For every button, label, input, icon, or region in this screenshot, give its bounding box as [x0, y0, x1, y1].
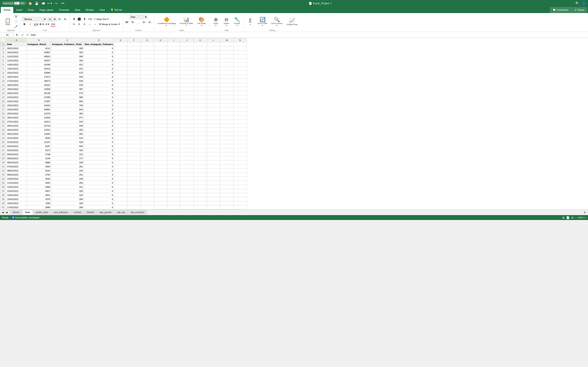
cell-7-E[interactable]: [114, 67, 127, 71]
font-decrease-btn[interactable]: A↓: [63, 17, 68, 21]
cell-15-G[interactable]: [140, 99, 154, 103]
cell-24-F[interactable]: [127, 136, 140, 140]
cell-39-L[interactable]: [207, 197, 220, 201]
cell-9-G[interactable]: [140, 75, 154, 79]
sheet-tab-age_gender[interactable]: age_gender: [97, 210, 114, 215]
cell-21-M[interactable]: [220, 124, 233, 128]
cell-12-F[interactable]: [127, 87, 140, 91]
cell-28-M[interactable]: [220, 152, 233, 156]
cell-16-I[interactable]: [167, 103, 180, 108]
cell-38-K[interactable]: [194, 193, 207, 197]
cell-18-B[interactable]: 21078: [27, 111, 51, 116]
cell-8-J[interactable]: [180, 71, 194, 75]
cell-27-D[interactable]: 0: [84, 148, 114, 152]
cell-1-K[interactable]: [194, 42, 207, 46]
font-increase-btn[interactable]: A↑: [57, 17, 62, 21]
cell-22-H[interactable]: [154, 128, 167, 132]
cell-13-H[interactable]: [154, 91, 167, 95]
cell-9-N[interactable]: [233, 75, 247, 79]
conditional-formatting-btn[interactable]: 🔶 Conditional Formatting ▾: [156, 16, 178, 27]
cell-32-E[interactable]: [114, 169, 127, 173]
add-sheet-button[interactable]: +: [582, 210, 587, 215]
cell-6-E[interactable]: [114, 63, 127, 67]
number-format-select[interactable]: Date General Number Currency Percentage …: [129, 15, 148, 19]
zoom-out-btn[interactable]: −: [575, 216, 577, 219]
cell-8-M[interactable]: [220, 71, 233, 75]
cell-26-L[interactable]: [207, 144, 220, 148]
cell-25-F[interactable]: [127, 140, 140, 144]
cell-35-I[interactable]: [167, 181, 180, 185]
cell-23-I[interactable]: [167, 132, 180, 136]
cell-25-D[interactable]: 0: [84, 140, 114, 144]
zoom-in-btn[interactable]: +: [584, 216, 586, 219]
cell-29-J[interactable]: [180, 156, 194, 160]
cell-3-H[interactable]: [154, 50, 167, 54]
cell-26-K[interactable]: [194, 144, 207, 148]
cell-28-D[interactable]: 0: [84, 152, 114, 156]
cell-13-M[interactable]: [220, 91, 233, 95]
cell-33-E[interactable]: [114, 173, 127, 177]
cell-36-C[interactable]: 421: [51, 185, 84, 189]
cell-11-E[interactable]: [114, 83, 127, 87]
cell-27-J[interactable]: [180, 148, 194, 152]
cell-41-M[interactable]: [220, 205, 233, 209]
cell-27-G[interactable]: [140, 148, 154, 152]
cell-38-M[interactable]: [220, 193, 233, 197]
cell-32-C[interactable]: 243: [51, 169, 84, 173]
cell-22-I[interactable]: [167, 128, 180, 132]
cell-29-F[interactable]: [127, 156, 140, 160]
cell-38-D[interactable]: 0: [84, 193, 114, 197]
cell-32-I[interactable]: [167, 169, 180, 173]
cell-14-C[interactable]: 586: [51, 95, 84, 99]
cell-15-N[interactable]: [233, 99, 247, 103]
col-header-B[interactable]: B: [27, 38, 51, 42]
cell-12-A[interactable]: 19/01/2022: [6, 87, 27, 91]
cell-15-J[interactable]: [180, 99, 194, 103]
cell-5-B[interactable]: 16547: [27, 58, 51, 63]
cell-29-N[interactable]: [233, 156, 247, 160]
cell-38-N[interactable]: [233, 193, 247, 197]
cell-13-A[interactable]: 20/01/2022: [6, 91, 27, 95]
cell-30-A[interactable]: 06/02/2022: [6, 160, 27, 165]
cell-29-G[interactable]: [140, 156, 154, 160]
cell-28-E[interactable]: [114, 152, 127, 156]
format-painter-button[interactable]: 🖌️: [13, 25, 18, 29]
cell-33-K[interactable]: [194, 173, 207, 177]
cell-34-D[interactable]: 0: [84, 177, 114, 181]
tab-data[interactable]: Data: [72, 7, 83, 13]
cell-28-C[interactable]: 241: [51, 152, 84, 156]
cell-37-M[interactable]: [220, 189, 233, 193]
cell-6-K[interactable]: [194, 63, 207, 67]
cell-8-A[interactable]: 15/01/2022: [6, 71, 27, 75]
cell-1-F[interactable]: [127, 42, 140, 46]
cell-20-E[interactable]: [114, 120, 127, 124]
cell-21-B[interactable]: 16744: [27, 124, 51, 128]
cell-12-E[interactable]: [114, 87, 127, 91]
cell-11-J[interactable]: [180, 83, 194, 87]
italic-button[interactable]: I: [28, 22, 33, 26]
cell-18-F[interactable]: [127, 111, 140, 116]
btn-share[interactable]: 🔗 Share: [571, 7, 587, 13]
cell-12-H[interactable]: [154, 87, 167, 91]
cell-31-C[interactable]: 261: [51, 165, 84, 169]
cell-25-N[interactable]: [233, 140, 247, 144]
cell-37-F[interactable]: [127, 189, 140, 193]
cell-18-D[interactable]: 0: [84, 111, 114, 116]
cell-39-E[interactable]: [114, 197, 127, 201]
cell-1-C[interactable]: Instagram_Followers_Visits: [51, 42, 84, 46]
bold-button[interactable]: B: [22, 22, 27, 26]
cell-4-L[interactable]: [207, 54, 220, 58]
cell-3-D[interactable]: 0: [84, 50, 114, 54]
cell-33-A[interactable]: 09/02/2022: [6, 173, 27, 177]
cell-36-F[interactable]: [127, 185, 140, 189]
cell-19-N[interactable]: [233, 116, 247, 120]
cell-24-C[interactable]: 414: [51, 136, 84, 140]
cell-16-E[interactable]: [114, 103, 127, 108]
cell-23-K[interactable]: [194, 132, 207, 136]
cell-13-E[interactable]: [114, 91, 127, 95]
cell-11-G[interactable]: [140, 83, 154, 87]
cell-6-C[interactable]: 431: [51, 63, 84, 67]
cell-37-A[interactable]: 13/02/2022: [6, 189, 27, 193]
cell-19-I[interactable]: [167, 116, 180, 120]
cell-17-D[interactable]: 0: [84, 108, 114, 111]
